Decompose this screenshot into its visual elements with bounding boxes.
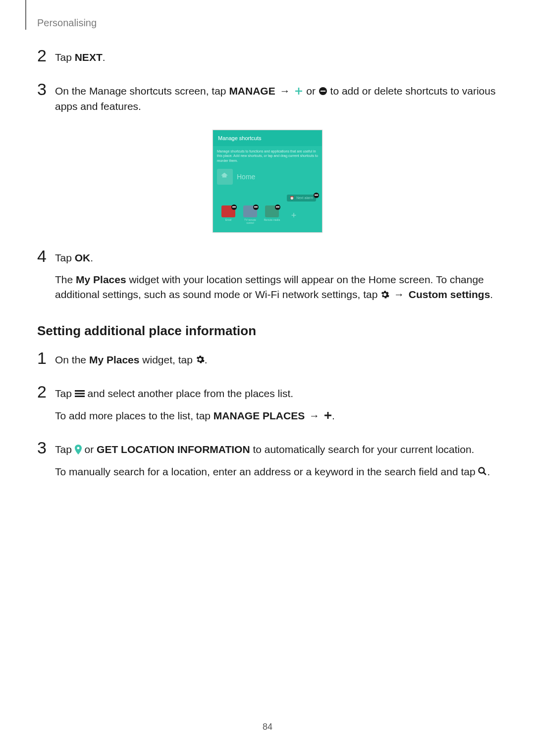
svg-point-5 — [479, 468, 484, 473]
step: 2Tap and select another place from the p… — [37, 383, 498, 430]
section-label: Personalising — [37, 17, 97, 29]
add-tile: + — [284, 205, 303, 226]
minus-icon — [275, 204, 280, 210]
step: 2Tap NEXT. — [37, 47, 498, 72]
ss-tile: TV remote control — [241, 205, 260, 226]
step-number: 3 — [37, 439, 55, 486]
step-text: Tap or GET LOCATION INFORMATION to autom… — [55, 442, 498, 457]
minus-icon — [253, 204, 259, 210]
menu-icon — [75, 390, 85, 398]
header-divider — [25, 0, 26, 30]
step-number: 2 — [37, 383, 55, 430]
svg-rect-1 — [321, 91, 325, 92]
step-text: The My Places widget with your location … — [55, 272, 498, 302]
step-text: Tap OK. — [55, 251, 498, 265]
step-text: Tap NEXT. — [55, 50, 498, 65]
svg-rect-4 — [75, 396, 85, 397]
subheading: Setting additional place information — [37, 323, 498, 339]
step-text: On the My Places widget, tap . — [55, 353, 498, 367]
location-pin-icon — [75, 445, 82, 454]
svg-rect-3 — [75, 393, 85, 394]
step-number: 1 — [37, 350, 55, 374]
arrow-icon: → — [392, 289, 406, 300]
step: 3On the Manage shortcuts screen, tap MAN… — [37, 81, 498, 121]
bold-text: NEXT — [75, 51, 103, 63]
minus-icon — [231, 204, 237, 210]
gear-icon — [380, 290, 389, 299]
step-text: Tap and select another place from the pl… — [55, 386, 498, 401]
home-label: Home — [237, 173, 255, 181]
svg-rect-2 — [75, 390, 85, 392]
search-icon — [478, 467, 487, 476]
gear-icon — [196, 355, 205, 364]
ss-title: Manage shortcuts — [213, 130, 322, 146]
step: 3Tap or GET LOCATION INFORMATION to auto… — [37, 439, 498, 486]
page-number: 84 — [0, 722, 535, 732]
minus-circle-icon — [319, 87, 327, 96]
step-text: To manually search for a location, enter… — [55, 464, 498, 479]
bold-text: MANAGE PLACES — [214, 410, 305, 421]
bold-text: OK — [75, 252, 91, 263]
svg-line-6 — [483, 472, 486, 475]
plus-icon — [294, 87, 303, 96]
ss-description: Manage shortcuts to functions and applic… — [217, 149, 318, 162]
ss-tile: Remote media — [263, 205, 281, 226]
bold-text: GET LOCATION INFORMATION — [97, 444, 250, 455]
bold-text: My Places — [76, 274, 126, 285]
home-icon — [217, 169, 233, 185]
clock-tile: ⏰Next alarm — [287, 195, 316, 202]
arrow-icon: → — [278, 85, 292, 97]
arrow-icon: → — [308, 410, 321, 421]
step: 4Tap OK.The My Places widget with your l… — [37, 248, 498, 309]
step-number: 2 — [37, 47, 55, 72]
bold-text: My Places — [89, 354, 140, 365]
bold-text: Custom settings — [409, 289, 490, 300]
page-content: 2Tap NEXT.3On the Manage shortcuts scree… — [0, 0, 535, 486]
step-number: 4 — [37, 248, 55, 309]
step-text: To add more places to the list, tap MANA… — [55, 408, 498, 423]
step-text: On the Manage shortcuts screen, tap MANA… — [55, 84, 498, 114]
ss-tile: Email — [219, 205, 238, 226]
minus-icon — [314, 193, 319, 198]
bold-text: MANAGE — [229, 85, 275, 97]
plus-icon — [324, 411, 332, 419]
manage-shortcuts-screenshot: Manage shortcuts Manage shortcuts to fun… — [213, 130, 322, 232]
step-number: 3 — [37, 81, 55, 121]
step: 1On the My Places widget, tap . — [37, 350, 498, 374]
